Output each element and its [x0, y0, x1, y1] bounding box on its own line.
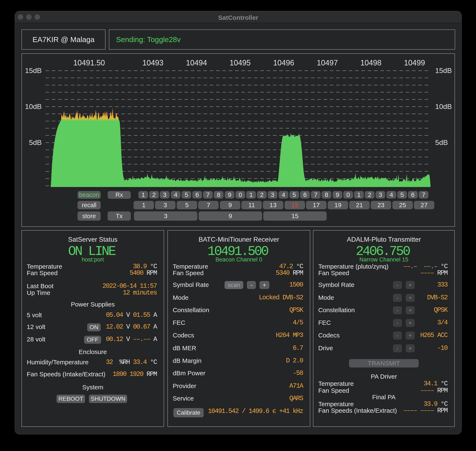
svg-text:10491.50: 10491.50: [73, 58, 105, 67]
svg-text:10495: 10495: [230, 58, 251, 67]
svg-text:10498: 10498: [360, 58, 381, 67]
svg-text:15dB: 15dB: [435, 66, 452, 75]
svg-text:10499: 10499: [404, 58, 425, 67]
svg-text:10dB: 10dB: [25, 102, 42, 110]
svg-text:15dB: 15dB: [25, 66, 42, 75]
svg-text:10496: 10496: [273, 58, 294, 67]
svg-text:10dB: 10dB: [435, 102, 452, 110]
svg-text:10494: 10494: [186, 58, 207, 67]
svg-text:10493: 10493: [142, 58, 163, 67]
svg-text:5dB: 5dB: [29, 138, 42, 146]
svg-text:5dB: 5dB: [435, 138, 448, 146]
svg-text:10497: 10497: [317, 58, 338, 67]
